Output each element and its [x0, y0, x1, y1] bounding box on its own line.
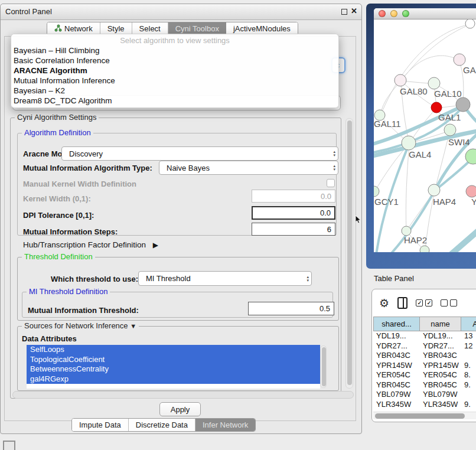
- tab-label: jActiveMNodules: [233, 24, 291, 33]
- minimize-traffic-light-icon[interactable]: [390, 10, 397, 17]
- network-node[interactable]: [465, 19, 475, 28]
- which-threshold-value: MI Threshold: [146, 274, 191, 283]
- algorithm-option[interactable]: Bayesian – K2: [11, 86, 338, 96]
- apply-button[interactable]: Apply: [159, 402, 201, 416]
- screen: Control Panel ✕ NetworkStyleSelectCyni T…: [0, 0, 476, 450]
- table-row[interactable]: YIL052CYIL052C9: [373, 409, 476, 411]
- tab-select[interactable]: Select: [132, 22, 168, 35]
- manual-kernel-checkbox[interactable]: [327, 179, 335, 187]
- table-cell: YDL19...: [373, 331, 420, 341]
- network-node[interactable]: [428, 184, 440, 196]
- network-node[interactable]: [428, 77, 440, 89]
- dpi-tolerance-label: DPI Tolerance [0,1]:: [23, 211, 94, 220]
- tab-cyni-toolbox[interactable]: Cyni Toolbox: [168, 22, 226, 35]
- table-row[interactable]: YBL079WYBL079W: [373, 390, 476, 400]
- tab-discretize-data[interactable]: Discretize Data: [129, 419, 195, 431]
- zoom-traffic-light-icon[interactable]: [402, 10, 409, 17]
- table-cell: YBR043C: [420, 351, 461, 361]
- table-row[interactable]: YPR145WYPR145W9.: [373, 361, 476, 371]
- algorithm-dropdown: Select algorithm to view settings Bayesi…: [11, 34, 339, 108]
- network-node[interactable]: [456, 97, 470, 112]
- network-window-titlebar[interactable]: [374, 8, 476, 19]
- table-row[interactable]: YBR045CYBR045C9.: [373, 380, 476, 390]
- network-node[interactable]: [454, 54, 465, 66]
- gear-icon[interactable]: ⚙: [379, 298, 389, 309]
- algorithm-option[interactable]: Dream8 DC_TDC Algorithm: [11, 96, 338, 106]
- network-node[interactable]: [402, 226, 411, 236]
- node-label: SWI4: [448, 137, 470, 147]
- float-window-icon[interactable]: [341, 9, 347, 15]
- table-cell: YDR27...: [373, 341, 420, 351]
- node-label: GAL11: [374, 119, 401, 129]
- column-layout-icon[interactable]: [397, 297, 407, 309]
- aracne-mode-combo[interactable]: Discovery ▴▾: [61, 146, 338, 161]
- table-row[interactable]: YDR27...YDR27...12: [373, 341, 476, 351]
- which-threshold-combo[interactable]: MI Threshold ▴▾: [138, 271, 312, 286]
- data-attribute-item[interactable]: gal4RGexp: [27, 374, 320, 384]
- mi-type-label: Mutual Information Algorithm Type:: [23, 164, 152, 172]
- data-attribute-item[interactable]: BetweennessCentrality: [27, 364, 320, 374]
- network-edge: [401, 24, 471, 81]
- algorithm-option[interactable]: Mutual Information Inference: [11, 76, 338, 86]
- table-cell: YBR043C: [373, 351, 420, 361]
- column-header-name[interactable]: name: [420, 317, 461, 331]
- close-traffic-light-icon[interactable]: [379, 10, 386, 17]
- hub-definition-toggle[interactable]: Hub/Transcription Factor Definition ▶: [23, 240, 158, 249]
- table-row[interactable]: YBR043CYBR043C: [373, 351, 476, 361]
- table-cell: YPR145W: [373, 361, 420, 371]
- network-node[interactable]: [431, 102, 442, 113]
- sources-group-toggle[interactable]: Sources for Network Inference ▼: [22, 322, 139, 330]
- settings-vertical-scrollbar[interactable]: [345, 118, 353, 389]
- dpi-tolerance-input[interactable]: 0.0: [252, 206, 335, 220]
- column-header-shared-[interactable]: shared...: [373, 317, 420, 331]
- table-cell: 13: [461, 331, 476, 341]
- tab-infer-network[interactable]: Infer Network: [195, 419, 255, 431]
- collapsed-panel-button[interactable]: [3, 441, 15, 450]
- mi-type-combo[interactable]: Naive Bayes ▴▾: [159, 161, 338, 175]
- column-header-a[interactable]: A: [461, 317, 476, 331]
- table-toolbar: ⚙ ✓✓: [372, 289, 476, 317]
- tab-network[interactable]: Network: [47, 22, 100, 35]
- close-icon[interactable]: ✕: [351, 6, 357, 15]
- kernel-width-input[interactable]: 0.0: [252, 190, 335, 203]
- attributes-list-scrollbar[interactable]: [320, 345, 327, 388]
- control-panel-window: Control Panel ✕ NetworkStyleSelectCyni T…: [0, 4, 362, 434]
- network-graph: GALGAL80GAL10GAL11GAL1SWI4GAL4GCY1HAP4YH…: [374, 19, 476, 252]
- network-tab-icon: [54, 24, 62, 34]
- data-attribute-item[interactable]: SelfLoops: [27, 345, 320, 355]
- network-node[interactable]: [444, 124, 456, 136]
- select-all-checkboxes-icon[interactable]: ✓✓: [416, 299, 432, 306]
- network-node[interactable]: [420, 246, 429, 252]
- node-label: Y: [471, 197, 476, 207]
- apply-button-label: Apply: [171, 405, 190, 414]
- algorithm-option[interactable]: ARACNE Algorithm: [11, 66, 338, 76]
- threshold-group-title: Threshold Definition: [22, 253, 95, 261]
- mi-threshold-input[interactable]: 0.5: [248, 302, 334, 315]
- network-node[interactable]: [374, 186, 379, 197]
- combo-stepper-icon: ▴▾: [307, 275, 309, 282]
- hub-definition-label: Hub/Transcription Factor Definition: [23, 240, 146, 249]
- table-horizontal-scrollbar[interactable]: [373, 412, 476, 419]
- network-canvas[interactable]: GALGAL80GAL10GAL11GAL1SWI4GAL4GCY1HAP4YH…: [374, 19, 476, 252]
- table-row[interactable]: YER054CYER054C8.: [373, 370, 476, 380]
- control-panel-titlebar[interactable]: Control Panel ✕: [1, 4, 361, 20]
- settings-horizontal-scrollbar[interactable]: [12, 391, 354, 399]
- tab-jactivemnodules[interactable]: jActiveMNodules: [226, 22, 298, 35]
- table-panel-card: ⚙ ✓✓ shared...nameA YDL19...YDL19...13YD…: [371, 289, 476, 422]
- data-attribute-item[interactable]: TopologicalCoefficient: [27, 355, 320, 365]
- table-row[interactable]: YLR345WYLR345W9.: [373, 400, 476, 410]
- table-cell: YDL19...: [420, 331, 461, 341]
- network-edge: [401, 56, 459, 81]
- kernel-width-value: 0.0: [321, 192, 331, 201]
- network-node[interactable]: [466, 185, 476, 197]
- mi-steps-input[interactable]: 6: [252, 223, 335, 236]
- table-row[interactable]: YDL19...YDL19...13: [373, 331, 476, 341]
- network-node[interactable]: [395, 74, 406, 86]
- table-cell: YLR345W: [373, 400, 420, 410]
- tab-impute-data[interactable]: Impute Data: [72, 419, 129, 431]
- network-node[interactable]: [402, 136, 416, 150]
- tab-style[interactable]: Style: [100, 22, 132, 35]
- algorithm-option[interactable]: Basic Correlation Inference: [11, 56, 338, 66]
- deselect-all-checkboxes-icon[interactable]: [441, 299, 457, 306]
- algorithm-option[interactable]: Bayesian – Hill Climbing: [11, 45, 338, 56]
